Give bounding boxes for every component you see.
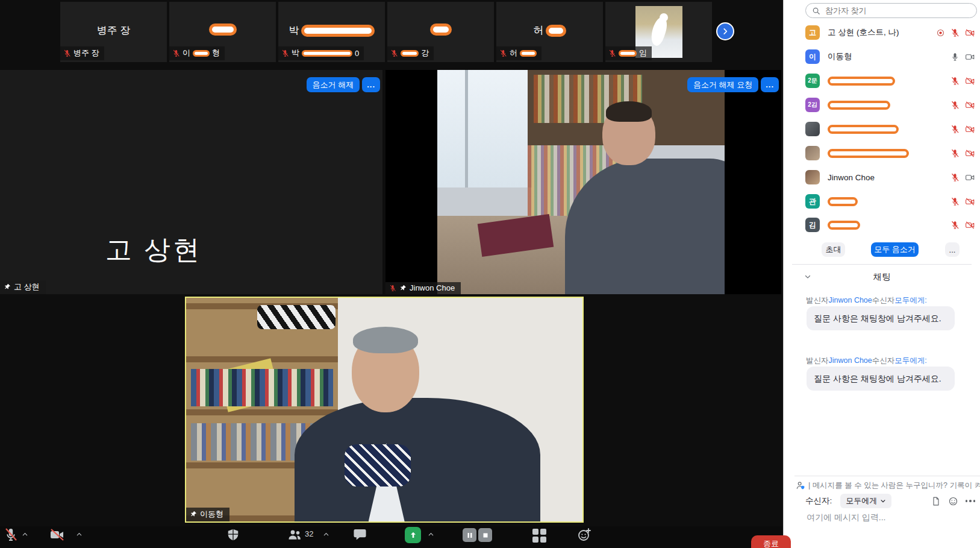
filmstrip-tile-4[interactable]: 강 [387,2,494,62]
avatar: 관 [805,194,820,209]
share-options-chevron[interactable] [428,531,434,538]
recipient-dropdown[interactable]: 모두에게 [840,494,891,508]
search-input[interactable] [824,5,970,16]
participant-row-jinwon-choe[interactable]: Jinwon Choe [805,167,975,187]
camera-off-icon [965,28,975,37]
tile-name-label: 병주 장 [60,46,104,60]
mic-muted-icon [389,285,396,292]
filmstrip-tile-2[interactable]: 이형 [169,2,276,62]
mic-muted-icon [63,49,71,57]
filmstrip-tile-3[interactable]: 박 박0 [278,2,385,62]
tile-name-label: 고 상현 [0,280,46,294]
avatar-photo [805,170,820,184]
stop-recording-button[interactable] [478,528,492,542]
zoom-meeting-window: 병주 장 병주 장 이형 박 박0 [0,0,980,548]
meeting-main-area: 병주 장 병주 장 이형 박 박0 [0,0,783,548]
mic-muted-icon[interactable] [4,528,18,542]
mic-muted-icon [950,173,960,182]
redacted-name [828,149,909,158]
pin-icon [399,285,407,292]
participant-name: 고 상현 (호스트, 나) [828,27,932,38]
filmstrip-tile-6[interactable]: 임 [605,2,712,62]
redacted-name [301,25,375,37]
redacted-name [828,125,899,134]
participant-row[interactable]: 2문 [805,71,975,91]
camera-on-icon [965,173,975,182]
privacy-person-shield-icon [796,480,805,490]
redacted-name [828,77,895,86]
avatar-photo [805,122,820,136]
participants-actions: 초대 모두 음소거 ... [784,242,980,258]
participant-row-host[interactable]: 고 고 상현 (호스트, 나) [805,22,975,43]
chat-message-bubble: 질문 사항은 채팅창에 남겨주세요. [807,306,955,330]
tile-name-label: 이형 [169,46,225,60]
participant-row[interactable]: 2김 [805,95,975,115]
chat-header: 채팅 [784,271,980,285]
participant-row[interactable]: 관 [805,191,975,212]
participants-chat-panel: 고 고 상현 (호스트, 나) 이 이동형 2문 [783,0,980,548]
participant-row[interactable] [805,143,975,163]
camera-off-icon[interactable] [49,528,65,542]
tile-name-label: 허 [496,46,541,60]
tile-name-label: 임 [605,46,652,60]
emoji-icon[interactable] [948,496,958,506]
reactions-icon[interactable] [577,528,591,542]
participants-chevron[interactable] [323,531,329,538]
video-tile-self[interactable]: 고 상현 음소거 해제 ... 고 상현 [0,70,382,294]
camera-off-icon [965,197,975,206]
chat-message-bubble: 질문 사항은 채팅창에 남겨주세요. [807,367,955,391]
camera-off-icon [965,221,975,230]
redacted-name [828,101,890,110]
mic-muted-icon [950,101,960,110]
filmstrip-next-page-button[interactable] [716,22,734,40]
redacted-name [302,50,352,57]
recipient-label: 수신자: [805,496,832,506]
recording-indicator-icon [936,28,945,37]
panel-divider [792,264,972,265]
speaker-person [295,398,540,521]
video-tile-remote[interactable]: 음소거 해제 요청 ... Jinwon Choe [385,70,781,294]
mic-muted-icon [608,49,616,57]
filmstrip-tile-5[interactable]: 허 허 [496,2,603,62]
participant-row[interactable]: 이 이동형 [805,46,975,67]
filmstrip-tile-1[interactable]: 병주 장 병주 장 [60,2,167,62]
participants-more-button[interactable]: ... [945,242,960,257]
avatar: 이 [805,49,820,64]
security-shield-icon[interactable] [226,528,240,542]
avatar: 고 [805,25,820,40]
chat-icon[interactable] [353,528,367,541]
mic-muted-icon [172,49,180,57]
camera-off-icon [965,125,975,134]
tile-center-name: 병주 장 [60,24,167,37]
invite-button[interactable]: 초대 [822,242,845,257]
unmute-button[interactable]: 음소거 해제 [307,77,360,92]
redacted-name [619,50,637,57]
redacted-name [546,25,566,37]
remote-video-feed [437,70,725,294]
chat-message-input[interactable] [805,511,972,539]
share-screen-button[interactable] [405,527,421,543]
pause-recording-button[interactable] [463,528,476,542]
video-tile-active-speaker[interactable]: 이동형 [185,297,584,523]
participant-row[interactable] [805,119,975,139]
mic-muted-icon [950,77,960,86]
apps-icon[interactable] [532,529,546,543]
chat-more-icon[interactable] [966,500,976,502]
pin-icon [4,283,11,291]
tile-more-button[interactable]: ... [761,77,779,92]
mute-all-button[interactable]: 모두 음소거 [871,242,919,257]
participants-icon[interactable] [287,528,302,542]
search-participants-box[interactable] [805,3,977,18]
participant-name: 이동형 [828,51,947,62]
participant-name: Jinwon Choe [828,173,947,182]
mic-options-chevron[interactable] [22,531,28,538]
leave-meeting-button[interactable]: 종료 [751,535,791,548]
participant-row[interactable]: 김 [805,215,975,235]
file-attach-icon[interactable] [931,496,941,506]
sender-name: Jinwon Choe [829,296,872,304]
ask-to-unmute-button[interactable]: 음소거 해제 요청 [687,77,758,92]
tile-more-button[interactable]: ... [362,77,380,92]
recipient-name: 모두에게: [894,296,926,304]
avatar-photo [805,146,820,160]
camera-options-chevron[interactable] [76,531,83,538]
